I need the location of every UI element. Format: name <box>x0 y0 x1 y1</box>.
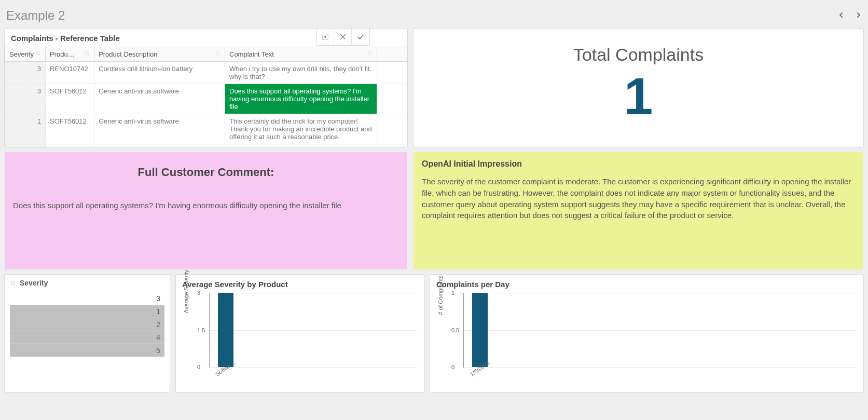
severity-filter-item[interactable]: 4 <box>10 331 164 344</box>
lasso-icon <box>321 33 329 41</box>
sheet-title: Example 2 <box>6 8 65 23</box>
sheet-nav <box>838 10 862 21</box>
cancel-selection-button[interactable] <box>334 29 352 45</box>
cell-complaint-text: When i try to use my own drill bits, the… <box>225 62 377 84</box>
cell-spare <box>377 62 407 84</box>
col-complaint-text-label: Complaint Text <box>229 50 274 58</box>
severity-filter-item[interactable]: 5 <box>10 344 164 357</box>
cell-description: Generic anti-virus software <box>94 84 225 114</box>
cell-severity: 3 <box>5 62 46 84</box>
severity-filter-header[interactable]: Severity <box>10 279 164 287</box>
search-icon <box>10 280 17 287</box>
cell-product: SOFT56012 <box>46 84 94 114</box>
cell-description: Enterprise VPN <box>94 144 225 148</box>
cell-complaint-text: This certainly did the trick for my comp… <box>225 114 377 144</box>
table-row[interactable]: 1SOFT56012Generic anti-virus softwareThi… <box>5 114 407 144</box>
table-header-row: Severity Produ… Product Description Comp… <box>5 47 407 62</box>
severity-filter-item[interactable]: 1 <box>10 305 164 318</box>
y-axis-label: Average Severity <box>183 270 189 314</box>
col-description-label: Product Description <box>99 50 157 58</box>
chart-title: Complaints per Day <box>436 280 858 289</box>
ai-impression-body: The severity of the customer complaint i… <box>422 176 855 221</box>
chevron-right-icon <box>855 11 862 19</box>
complaints-table-card: Complaints - Reference Table Severity Pr… <box>4 28 408 147</box>
total-complaints-kpi: Total Complaints 1 <box>413 28 864 147</box>
table-row[interactable]: 3RENO10742Cordless drill lithium-ion bat… <box>5 62 407 84</box>
severity-filter-item[interactable]: 2 <box>10 318 164 331</box>
cell-spare <box>377 114 407 144</box>
cell-spare <box>377 144 407 148</box>
y-tick-label: 1.5 <box>197 327 205 333</box>
next-sheet-button[interactable] <box>855 10 862 21</box>
confirm-selection-button[interactable] <box>352 29 369 45</box>
search-icon[interactable] <box>35 50 42 59</box>
avg-severity-chart[interactable]: Average Severity01.53Softwa… <box>196 291 419 379</box>
complaints-table[interactable]: Severity Produ… Product Description Comp… <box>5 47 407 147</box>
cell-complaint-text: perfect <box>225 144 377 148</box>
ai-impression-card: OpenAI Initial Impression The severity o… <box>413 152 864 270</box>
close-icon <box>339 33 347 40</box>
col-severity[interactable]: Severity <box>5 47 46 62</box>
chart-title: Average Severity by Product <box>182 280 419 289</box>
search-icon[interactable] <box>215 50 222 59</box>
prev-sheet-button[interactable] <box>838 10 845 21</box>
ai-impression-title: OpenAI Initial Impression <box>422 159 855 169</box>
cell-description: Generic anti-virus software <box>94 114 225 144</box>
col-description[interactable]: Product Description <box>94 47 225 62</box>
col-product-label: Produ… <box>50 50 75 58</box>
chart-bar[interactable] <box>472 293 488 367</box>
search-icon[interactable] <box>84 50 91 59</box>
cell-severity: 3 <box>5 84 46 114</box>
cell-severity: 1 <box>5 144 46 148</box>
cell-spare <box>377 84 407 114</box>
y-tick-label: 0 <box>197 364 200 370</box>
y-tick-label: 1 <box>451 290 454 296</box>
col-severity-label: Severity <box>9 50 34 58</box>
table-row[interactable]: 3SOFT56012Generic anti-virus softwareDoe… <box>5 84 407 114</box>
svg-point-2 <box>36 51 40 55</box>
col-product[interactable]: Produ… <box>46 47 94 62</box>
chart-axis: 01.53Softwa… <box>209 293 417 368</box>
y-tick-label: 3 <box>197 290 200 296</box>
severity-filter-list: 31245 <box>10 292 164 357</box>
customer-comment-body: Does this support all operating systems?… <box>13 201 399 210</box>
complaints-per-day-chart-card: Complaints per Day # of Complaints00.511… <box>430 274 864 392</box>
table-row[interactable]: 1SOFT70207Enterprise VPNperfect <box>5 144 407 148</box>
svg-point-4 <box>216 51 219 55</box>
chart-axis: 00.511/5/2023 <box>463 293 856 368</box>
kpi-value: 1 <box>624 70 653 122</box>
lasso-select-button[interactable] <box>316 29 334 45</box>
severity-filter-card: Severity 31245 <box>4 274 170 392</box>
col-spare <box>377 47 407 62</box>
svg-point-1 <box>324 36 326 38</box>
cell-description: Cordless drill lithium-ion battery <box>94 62 225 84</box>
chevron-left-icon <box>838 11 845 19</box>
cell-product: SOFT70207 <box>46 144 94 148</box>
kpi-title: Total Complaints <box>573 45 704 65</box>
cell-severity: 1 <box>5 114 46 144</box>
cell-product: RENO10742 <box>46 62 94 84</box>
y-axis-label: # of Complaints <box>437 275 444 315</box>
customer-comment-card: Full Customer Comment: Does this support… <box>4 152 408 270</box>
severity-filter-item[interactable]: 3 <box>10 292 164 305</box>
cell-product: SOFT56012 <box>46 114 94 144</box>
y-tick-label: 0 <box>451 364 454 370</box>
avg-severity-chart-card: Average Severity by Product Average Seve… <box>175 274 424 392</box>
severity-filter-title: Severity <box>20 279 48 287</box>
sheet-header: Example 2 <box>4 2 864 28</box>
customer-comment-title: Full Customer Comment: <box>13 166 399 179</box>
cell-complaint-text: Does this support all operating systems?… <box>225 84 377 114</box>
complaints-per-day-chart[interactable]: # of Complaints00.511/5/2023 <box>450 291 858 379</box>
svg-point-5 <box>368 51 371 55</box>
check-icon <box>356 33 365 41</box>
svg-point-3 <box>85 51 89 55</box>
col-complaint-text[interactable]: Complaint Text <box>225 47 377 62</box>
selection-toolbar <box>316 29 370 46</box>
chart-bar[interactable] <box>218 293 233 367</box>
search-icon[interactable] <box>367 50 374 59</box>
svg-point-6 <box>11 281 15 284</box>
y-tick-label: 0.5 <box>451 327 459 333</box>
